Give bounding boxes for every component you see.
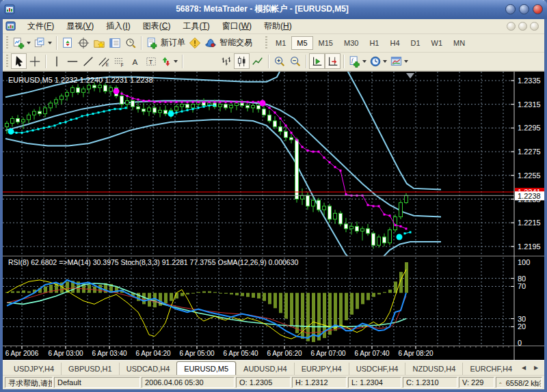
chart-tab-NZDUSDH4[interactable]: NZDUSD,H4: [405, 363, 462, 375]
toolbar-grip[interactable]: [6, 36, 8, 50]
chart-window-icon[interactable]: [5, 20, 17, 32]
line-chart-button[interactable]: [250, 53, 265, 69]
svg-text:70: 70: [518, 282, 526, 290]
chart-tab-EURJPYH4[interactable]: EURJPY,H4: [294, 363, 349, 375]
profiles-button[interactable]: [32, 35, 53, 51]
status-cell-3: O: 1.2305: [236, 377, 291, 388]
timeframe-button-M5[interactable]: M5: [291, 36, 312, 50]
maximize-button[interactable]: [519, 4, 529, 14]
resize-grip[interactable]: [533, 378, 542, 387]
connection-signal-icon: [499, 378, 502, 387]
timeframe-button-M1[interactable]: M1: [270, 36, 291, 50]
toolbar-separator: [182, 55, 183, 68]
expert-advisors-button[interactable]: 智能交易: [202, 35, 254, 51]
terminal-button[interactable]: [107, 35, 122, 51]
mdi-minimize-button[interactable]: [507, 22, 516, 31]
app-icon: [4, 3, 16, 16]
toolbar-separator: [306, 55, 306, 68]
new-chart-button[interactable]: [11, 35, 32, 51]
timeframe-buttons: M1M5M15M30H1H4D1W1MN: [270, 36, 470, 50]
chart-tab-USDJPYH4[interactable]: USDJPY,H4: [7, 363, 61, 375]
status-bar: 寻求帮助,请按Default2006.04.06 05:30O: 1.2305H…: [3, 375, 544, 389]
timeframe-button-W1[interactable]: W1: [426, 36, 449, 50]
svg-text:1.2275: 1.2275: [518, 148, 541, 156]
timeframes-toolbar: M1M5M15M30H1H4D1W1MN: [263, 36, 470, 50]
templates-button[interactable]: [388, 53, 410, 69]
zoom-in-button[interactable]: [271, 53, 287, 69]
status-cell-traffic: 6558/2 kb: [496, 377, 542, 388]
chart-tab-EURUSDM5[interactable]: EURUSD,M5: [176, 361, 236, 375]
strategy-tester-button[interactable]: [122, 35, 138, 51]
mdi-close-button[interactable]: [530, 22, 539, 31]
fibonacci-button[interactable]: F: [111, 53, 127, 69]
status-cell-0: 寻求帮助,请按: [5, 377, 53, 388]
vertical-line-button[interactable]: [49, 53, 64, 69]
equidistant-channel-button[interactable]: E: [96, 53, 111, 69]
cursor-button[interactable]: [11, 53, 27, 69]
svg-text:6 Apr 03:00: 6 Apr 03:00: [48, 350, 83, 357]
indicators-button[interactable]: f: [347, 53, 368, 69]
svg-text:30: 30: [518, 314, 526, 322]
title-bar[interactable]: 56878: MetaTrader - 模拟帐户 - [EURUSD,M5]: [0, 0, 547, 19]
tab-scroll-right-button[interactable]: ▶: [531, 363, 542, 373]
timeframe-button-D1[interactable]: D1: [405, 36, 426, 50]
trendline-button[interactable]: [80, 53, 96, 69]
chart-tab-AUDUSDH4[interactable]: AUDUSD,H4: [236, 363, 294, 375]
timeframe-button-H1[interactable]: H1: [364, 36, 384, 50]
toolbar-separator: [56, 36, 57, 50]
mdi-restore-button[interactable]: [518, 22, 527, 31]
zoom-out-button[interactable]: [287, 53, 303, 69]
candlestick-chart-button[interactable]: [234, 53, 250, 69]
menu-item-C[interactable]: 图表(C): [137, 19, 177, 33]
chart-tab-USDCADH4[interactable]: USDCAD,H4: [119, 363, 177, 375]
timeframe-button-M30[interactable]: M30: [338, 36, 364, 50]
toolbar-grip[interactable]: [6, 55, 8, 68]
navigator-button[interactable]: [91, 35, 107, 51]
metaeditor-button[interactable]: [187, 35, 202, 51]
svg-text:1.2215: 1.2215: [518, 219, 541, 227]
price-chart[interactable]: 1.23351.23151.22951.22751.22551.22351.22…: [3, 72, 544, 361]
chart-tab-EURCHFH4[interactable]: EURCHF,H4: [462, 363, 517, 375]
dropdown-arrow-icon: [362, 60, 366, 65]
menu-item-V[interactable]: 显视(V): [60, 19, 100, 33]
new-order-button[interactable]: 新订单: [144, 35, 187, 51]
menu-item-I[interactable]: 插入(I): [100, 19, 136, 33]
menu-item-H[interactable]: 帮助(H): [258, 19, 298, 33]
chart-tab-GBPUSDH1[interactable]: GBPUSD,H1: [61, 363, 119, 375]
tab-scroll-left-button[interactable]: ◀: [518, 363, 529, 373]
metatrader-window: 56878: MetaTrader - 模拟帐户 - [EURUSD,M5] 文…: [0, 0, 547, 392]
dropdown-arrow-icon: [27, 42, 31, 46]
status-cell-1: Default: [54, 377, 140, 388]
svg-text:6 Apr 07:00: 6 Apr 07:00: [310, 350, 346, 357]
toolbar-line-studies: E F A T: [3, 53, 544, 71]
svg-text:20: 20: [518, 322, 526, 331]
timeframe-button-H4[interactable]: H4: [384, 36, 405, 50]
crosshair-button[interactable]: [27, 53, 42, 69]
timeframe-button-M15[interactable]: M15: [313, 36, 338, 50]
bar-chart-button[interactable]: [218, 53, 234, 69]
chart-shift-button[interactable]: [325, 53, 341, 69]
data-window-button[interactable]: [75, 35, 91, 51]
auto-scroll-button[interactable]: [309, 53, 325, 69]
menu-item-F[interactable]: 文件(F): [21, 19, 60, 33]
periods-button[interactable]: [368, 53, 388, 69]
horizontal-line-button[interactable]: [64, 53, 80, 69]
svg-text:1.2238: 1.2238: [518, 192, 541, 200]
market-watch-button[interactable]: [59, 35, 75, 51]
toolbar-grip[interactable]: [265, 36, 267, 50]
toolbar-standard: 新订单 智能交易 M1M5M15M30H1H4D1W1MN: [3, 34, 544, 53]
chart-area[interactable]: 1.23351.23151.22951.22751.22551.22351.22…: [3, 71, 544, 360]
timeframe-button-MN[interactable]: MN: [448, 36, 470, 50]
close-button[interactable]: [533, 4, 543, 14]
text-label-button[interactable]: T: [143, 53, 159, 69]
menu-item-T[interactable]: 工具(T): [176, 19, 215, 33]
svg-text:1.2255: 1.2255: [518, 171, 541, 180]
text-button[interactable]: A: [127, 53, 143, 69]
minimize-button[interactable]: [505, 4, 516, 14]
chart-tab-USDCHFH4[interactable]: USDCHF,H4: [349, 363, 405, 375]
svg-text:1.2315: 1.2315: [518, 100, 541, 108]
dropdown-arrow-icon: [174, 60, 178, 65]
menu-item-W[interactable]: 窗口(W): [216, 19, 258, 33]
window-title: 56878: MetaTrader - 模拟帐户 - [EURUSD,M5]: [19, 3, 505, 15]
arrows-button[interactable]: [159, 53, 179, 69]
